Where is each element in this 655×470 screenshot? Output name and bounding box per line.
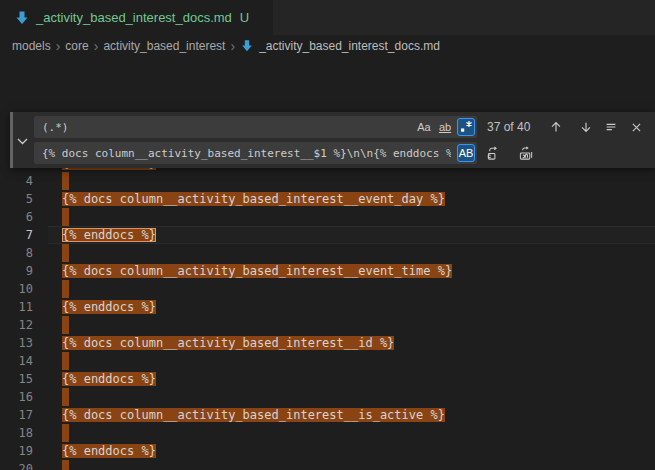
find-in-selection-button[interactable] xyxy=(601,117,621,137)
breadcrumb-item-activity-based-interest[interactable]: activity_based_interest xyxy=(103,39,225,53)
line-content: {% docs column__activity_based_interest_… xyxy=(48,406,655,424)
editor-line[interactable]: 16 xyxy=(0,388,655,406)
find-match-empty xyxy=(62,460,69,470)
line-content: {% enddocs %} xyxy=(48,226,655,244)
whole-word-label: ab xyxy=(439,121,451,133)
replace-icon xyxy=(486,146,501,161)
markdown-file-icon xyxy=(14,10,30,26)
line-number: 14 xyxy=(0,352,48,370)
toggle-replace-button[interactable] xyxy=(10,112,34,168)
tab-bar: _activity_based_interest_docs.md U xyxy=(0,0,655,35)
find-widget-resize-sash[interactable] xyxy=(10,112,13,168)
editor-line[interactable]: 9 {% docs column__activity_based_interes… xyxy=(0,262,655,280)
editor-line[interactable]: 4 xyxy=(0,172,655,190)
line-number: 13 xyxy=(0,334,48,352)
line-number: 17 xyxy=(0,406,48,424)
line-number: 6 xyxy=(0,208,48,226)
find-match-highlight: {% enddocs %} xyxy=(62,444,156,458)
preserve-case-label: AB xyxy=(459,147,474,159)
find-match-empty xyxy=(62,208,69,226)
line-number: 10 xyxy=(0,280,48,298)
find-match-empty xyxy=(62,244,69,262)
breadcrumb-item-core[interactable]: core xyxy=(65,39,88,53)
replace-button[interactable] xyxy=(483,143,503,163)
close-icon xyxy=(630,121,643,134)
replace-all-button[interactable] xyxy=(516,143,536,163)
editor-line[interactable]: 20 xyxy=(0,460,655,470)
find-match-empty xyxy=(62,280,69,298)
tab-filename: _activity_based_interest_docs.md xyxy=(36,10,232,25)
find-match-highlight: {% enddocs %} xyxy=(62,300,156,314)
markdown-file-icon xyxy=(240,39,254,53)
regex-icon xyxy=(460,120,473,135)
editor-line[interactable]: 8 xyxy=(0,244,655,262)
line-number: 7 xyxy=(0,226,48,244)
line-content xyxy=(48,352,655,370)
find-input[interactable] xyxy=(34,116,477,138)
find-match-highlight: {% docs column__activity_based_interest_… xyxy=(62,192,445,206)
editor-line[interactable]: 12 xyxy=(0,316,655,334)
breadcrumb-item-file[interactable]: _activity_based_interest_docs.md xyxy=(240,39,440,53)
line-content: {% enddocs %} xyxy=(48,298,655,316)
regex-button[interactable] xyxy=(457,118,475,136)
editor-line[interactable]: 19 {% enddocs %} xyxy=(0,442,655,460)
tab-activity-docs[interactable]: _activity_based_interest_docs.md U xyxy=(0,0,273,35)
find-match-current: {% enddocs %} xyxy=(62,228,156,242)
whole-word-button[interactable]: ab xyxy=(436,118,454,136)
line-number: 8 xyxy=(0,244,48,262)
replace-all-icon xyxy=(519,146,534,161)
line-content xyxy=(48,388,655,406)
line-content xyxy=(48,208,655,226)
close-find-widget-button[interactable] xyxy=(626,117,646,137)
find-match-highlight: {% enddocs %} xyxy=(62,372,156,386)
editor-line[interactable]: 18 xyxy=(0,424,655,442)
line-content xyxy=(48,172,655,190)
editor-line[interactable]: 15 {% enddocs %} xyxy=(0,370,655,388)
replace-input[interactable] xyxy=(34,142,477,164)
line-content: {% enddocs %} xyxy=(48,442,655,460)
line-content xyxy=(48,244,655,262)
breadcrumb-item-models[interactable]: models xyxy=(12,39,51,53)
editor-line[interactable]: 5 {% docs column__activity_based_interes… xyxy=(0,190,655,208)
editor-line[interactable]: 13 {% docs column__activity_based_intere… xyxy=(0,334,655,352)
find-match-highlight: {% docs column__activity_based_interest_… xyxy=(62,408,445,422)
line-content xyxy=(48,460,655,470)
editor-line[interactable]: 14 xyxy=(0,352,655,370)
find-widget: Aa ab 37 of 40 xyxy=(10,112,655,168)
find-next-button[interactable] xyxy=(576,117,596,137)
editor: 1 {% docs column__activity_based_interes… xyxy=(0,56,655,470)
line-content xyxy=(48,424,655,442)
arrow-up-icon xyxy=(549,120,563,134)
line-content: {% docs column__activity_based_interest_… xyxy=(48,190,655,208)
line-number: 12 xyxy=(0,316,48,334)
find-previous-button[interactable] xyxy=(546,117,566,137)
arrow-down-icon xyxy=(579,120,593,134)
line-content xyxy=(48,316,655,334)
line-number: 18 xyxy=(0,424,48,442)
line-number: 19 xyxy=(0,442,48,460)
line-number: 15 xyxy=(0,370,48,388)
chevron-right-icon: › xyxy=(230,39,235,53)
find-match-empty xyxy=(62,424,69,442)
replace-row: AB xyxy=(34,142,651,164)
breadcrumb-file-label: _activity_based_interest_docs.md xyxy=(259,39,440,53)
find-match-empty xyxy=(62,316,69,334)
line-number: 9 xyxy=(0,262,48,280)
preserve-case-button[interactable]: AB xyxy=(457,144,475,162)
chevron-right-icon: › xyxy=(56,39,61,53)
match-case-label: Aa xyxy=(417,121,430,133)
line-content: {% docs column__activity_based_interest_… xyxy=(48,262,655,280)
editor-line[interactable]: 17 {% docs column__activity_based_intere… xyxy=(0,406,655,424)
find-match-empty xyxy=(62,388,69,406)
match-case-button[interactable]: Aa xyxy=(415,118,433,136)
find-row: Aa ab 37 of 40 xyxy=(34,116,651,138)
editor-line[interactable]: 11 {% enddocs %} xyxy=(0,298,655,316)
find-match-highlight: {% docs column__activity_based_interest_… xyxy=(62,264,452,278)
breadcrumb: models › core › activity_based_interest … xyxy=(0,35,655,56)
find-results-count: 37 of 40 xyxy=(487,120,530,134)
editor-line[interactable]: 10 xyxy=(0,280,655,298)
editor-line[interactable]: 7 {% enddocs %} xyxy=(0,226,655,244)
selection-lines-icon xyxy=(604,120,618,134)
chevron-down-icon xyxy=(17,131,28,149)
editor-line[interactable]: 6 xyxy=(0,208,655,226)
